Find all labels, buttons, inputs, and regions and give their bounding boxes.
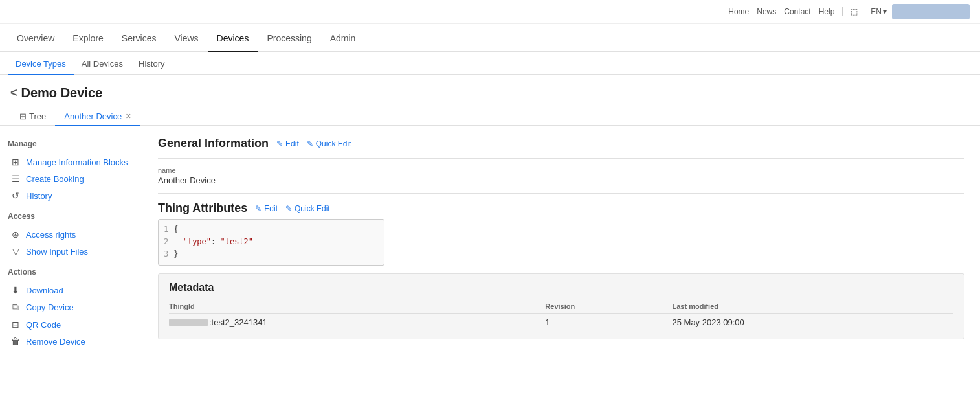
- copy-device-icon: ⧉: [10, 302, 21, 313]
- sidebar-access-section: Access ⊛ Access rights ▽ Show Input File…: [8, 212, 134, 260]
- tab-another-device-label: Another Device: [64, 111, 122, 121]
- sidebar-show-input-files[interactable]: ▽ Show Input Files: [8, 243, 134, 260]
- general-info-quick-edit-link[interactable]: ✎ Quick Edit: [307, 139, 351, 148]
- sidebar-qr-code[interactable]: ⊟ QR Code: [8, 316, 134, 333]
- access-rights-icon: ⊛: [10, 229, 21, 240]
- sidebar-actions-section: Actions ⬇ Download ⧉ Copy Device ⊟ QR Co…: [8, 268, 134, 350]
- nav-devices[interactable]: Devices: [208, 24, 258, 52]
- metadata-table: ThingId Revision Last modified :test2_32…: [169, 300, 953, 331]
- access-rights-label: Access rights: [26, 230, 76, 240]
- create-booking-icon: ☰: [10, 174, 21, 184]
- revision-col-header: Revision: [545, 300, 672, 314]
- remove-device-label: Remove Device: [26, 337, 85, 347]
- code-content: { "type": "test2" }: [173, 223, 253, 261]
- subnav-history[interactable]: History: [131, 52, 172, 75]
- general-info-edit-link[interactable]: ✎ Edit: [276, 139, 299, 148]
- sidebar-manage-info-blocks[interactable]: ⊞ Manage Information Blocks: [8, 154, 134, 170]
- news-link[interactable]: News: [757, 7, 776, 16]
- subnav-all-devices[interactable]: All Devices: [74, 52, 131, 75]
- show-input-files-icon: ▽: [10, 246, 21, 256]
- show-input-files-label: Show Input Files: [26, 247, 88, 256]
- history-label: History: [26, 191, 52, 201]
- home-link[interactable]: Home: [728, 7, 749, 16]
- content-layout: Manage ⊞ Manage Information Blocks ☰ Cre…: [0, 126, 980, 385]
- main-content: General Information ✎ Edit ✎ Quick Edit …: [142, 126, 980, 385]
- page-title: < Demo Device: [10, 86, 970, 100]
- actions-title: Actions: [8, 268, 134, 277]
- tab-close-icon[interactable]: ×: [126, 111, 131, 121]
- thing-attrs-code-block: 1 2 3 { "type": "test2" }: [158, 219, 384, 266]
- sidebar-history[interactable]: ↺ History: [8, 187, 134, 204]
- nav-views[interactable]: Views: [166, 24, 208, 52]
- thing-quick-edit-icon: ✎: [285, 204, 292, 213]
- manage-title: Manage: [8, 139, 134, 148]
- sidebar-remove-device[interactable]: 🗑 Remove Device: [8, 333, 134, 350]
- nav-explore[interactable]: Explore: [63, 24, 112, 52]
- main-nav: Overview Explore Services Views Devices …: [0, 24, 980, 52]
- sidebar-access-rights[interactable]: ⊛ Access rights: [8, 226, 134, 243]
- manage-info-label: Manage Information Blocks: [26, 157, 128, 167]
- table-row: :test2_3241341 1 25 May 2023 09:00: [169, 313, 953, 331]
- nav-admin[interactable]: Admin: [321, 24, 365, 52]
- thing-attrs-title: Thing Attributes: [158, 201, 247, 215]
- copy-device-label: Copy Device: [26, 302, 74, 312]
- thingid-cell: :test2_3241341: [169, 313, 545, 331]
- tab-tree-label: Tree: [29, 111, 46, 121]
- quick-edit-icon: ✎: [307, 139, 313, 148]
- remove-device-icon: 🗑: [10, 336, 21, 347]
- sub-nav: Device Types All Devices History: [0, 52, 980, 75]
- page-title-area: < Demo Device: [0, 75, 980, 106]
- edit-icon: ✎: [276, 139, 283, 148]
- contact-link[interactable]: Contact: [784, 7, 810, 16]
- sidebar-download[interactable]: ⬇ Download: [8, 282, 134, 299]
- chevron-down-icon: ▾: [883, 7, 887, 16]
- nav-services[interactable]: Services: [113, 24, 166, 52]
- user-avatar[interactable]: [892, 4, 970, 19]
- thing-attrs-divider-top: [158, 193, 964, 194]
- access-title: Access: [8, 212, 134, 221]
- nav-processing[interactable]: Processing: [258, 24, 320, 52]
- tree-icon: ⊞: [19, 111, 27, 121]
- thing-attrs-header: Thing Attributes ✎ Edit ✎ Quick Edit: [158, 201, 964, 215]
- thing-id-blur: [169, 319, 208, 326]
- qr-code-icon: ⊟: [10, 319, 21, 330]
- general-info-title: General Information: [158, 137, 269, 150]
- subnav-device-types[interactable]: Device Types: [8, 52, 74, 75]
- top-bar: Home News Contact Help ⬚ EN ▾: [0, 0, 980, 24]
- divider: [842, 7, 843, 16]
- qr-code-label: QR Code: [26, 320, 61, 330]
- thingid-col-header: ThingId: [169, 300, 545, 314]
- manage-info-icon: ⊞: [10, 157, 21, 167]
- top-bar-links: Home News Contact Help ⬚ EN ▾: [728, 7, 887, 16]
- help-icon: ⬚: [851, 7, 858, 16]
- tab-another-device[interactable]: Another Device ×: [55, 106, 140, 126]
- revision-cell: 1: [545, 313, 672, 331]
- name-label: name: [158, 166, 964, 174]
- download-icon: ⬇: [10, 285, 21, 295]
- tab-bar: ⊞ Tree Another Device ×: [0, 106, 980, 126]
- nav-overview[interactable]: Overview: [8, 24, 63, 52]
- sidebar-manage-section: Manage ⊞ Manage Information Blocks ☰ Cre…: [8, 139, 134, 204]
- metadata-section: Metadata ThingId Revision Last modified …: [158, 273, 964, 339]
- sidebar-create-booking[interactable]: ☰ Create Booking: [8, 170, 134, 187]
- history-icon: ↺: [10, 190, 21, 201]
- sidebar-copy-device[interactable]: ⧉ Copy Device: [8, 299, 134, 316]
- tab-tree[interactable]: ⊞ Tree: [10, 106, 55, 126]
- help-link[interactable]: Help: [819, 7, 835, 16]
- thing-attrs-quick-edit-link[interactable]: ✎ Quick Edit: [285, 204, 330, 213]
- last-modified-col-header: Last modified: [672, 300, 953, 314]
- sidebar: Manage ⊞ Manage Information Blocks ☰ Cre…: [0, 126, 142, 385]
- name-value: Another Device: [158, 176, 964, 185]
- thing-attrs-edit-link[interactable]: ✎ Edit: [255, 204, 278, 213]
- create-booking-label: Create Booking: [26, 174, 84, 184]
- last-modified-cell: 25 May 2023 09:00: [672, 313, 953, 331]
- back-button[interactable]: <: [10, 86, 17, 100]
- thingid-suffix: :test2_3241341: [209, 317, 267, 327]
- thing-edit-icon: ✎: [255, 204, 262, 213]
- page-title-text: Demo Device: [21, 86, 103, 100]
- general-info-header: General Information ✎ Edit ✎ Quick Edit: [158, 137, 964, 150]
- metadata-title: Metadata: [169, 282, 953, 293]
- general-info-divider: [158, 158, 964, 159]
- code-line-numbers: 1 2 3: [164, 223, 168, 261]
- lang-selector[interactable]: EN ▾: [871, 7, 887, 16]
